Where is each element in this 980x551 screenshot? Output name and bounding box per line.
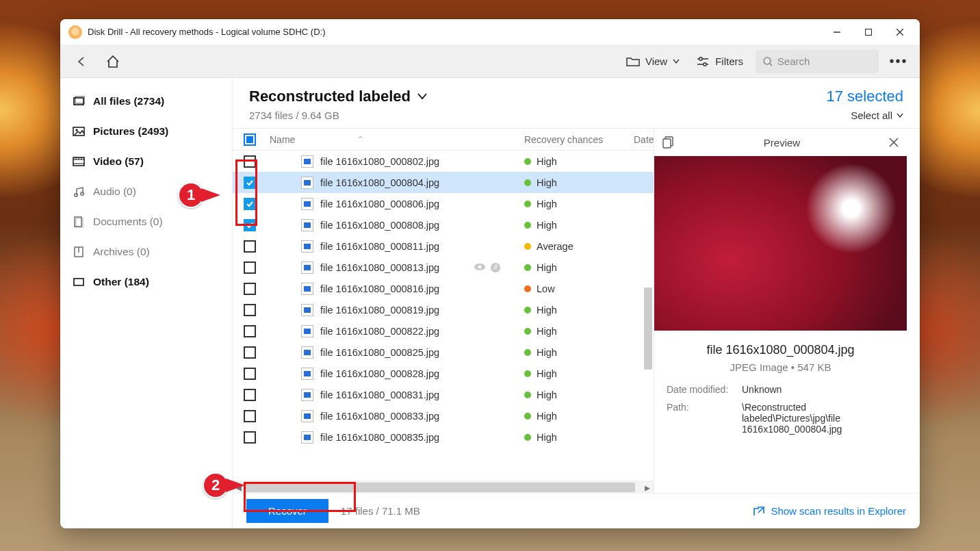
preview-filetype: JPEG Image • 547 KB [667, 361, 894, 373]
row-checkbox[interactable] [244, 283, 256, 295]
file-name: file 1616x1080_000835.jpg [320, 432, 439, 443]
sidebar-item-document[interactable]: Documents (0) [60, 207, 232, 237]
sidebar-item-picture[interactable]: Pictures (2493) [60, 116, 232, 146]
file-name: file 1616x1080_000819.jpg [320, 305, 439, 316]
view-dropdown[interactable]: View [622, 55, 684, 67]
search-icon [762, 56, 772, 67]
body: All files (2734)Pictures (2493)Video (57… [60, 78, 920, 528]
sidebar-item-other[interactable]: Other (184) [60, 267, 232, 297]
row-checkbox[interactable] [244, 198, 256, 210]
row-actions[interactable]: # [474, 262, 501, 273]
row-checkbox[interactable] [244, 219, 256, 231]
back-button[interactable] [70, 50, 93, 73]
svg-point-20 [75, 194, 77, 196]
svg-text:#: # [493, 264, 498, 271]
scroll-right-icon[interactable]: ▸ [641, 481, 654, 494]
file-row[interactable]: file 1616x1080_000813.jpg#High [233, 257, 654, 278]
chance-dot-icon [524, 158, 531, 165]
row-checkbox[interactable] [244, 410, 256, 422]
row-checkbox[interactable] [244, 325, 256, 337]
file-row[interactable]: file 1616x1080_000825.jpg#High [233, 342, 654, 363]
file-row[interactable]: file 1616x1080_000802.jpg#High [233, 151, 654, 172]
chance-dot-icon [524, 179, 531, 186]
main: Reconstructed labeled 2734 files / 9.64 … [233, 78, 920, 528]
copy-icon [662, 136, 675, 149]
svg-point-21 [81, 192, 83, 195]
recovery-chance: High [537, 220, 557, 231]
search-input[interactable] [777, 55, 872, 67]
file-row[interactable]: file 1616x1080_000811.jpg#Average [233, 235, 654, 257]
column-name[interactable]: Name ⌃ [263, 134, 517, 145]
main-title-dropdown[interactable]: Reconstructed labeled [249, 88, 427, 105]
chevron-down-icon [897, 113, 903, 118]
file-list[interactable]: file 1616x1080_000802.jpg#Highfile 1616x… [233, 151, 654, 480]
row-checkbox[interactable] [244, 304, 256, 316]
maximize-button[interactable] [853, 21, 884, 43]
file-row[interactable]: file 1616x1080_000804.jpg#High [233, 172, 654, 193]
chance-dot-icon [524, 243, 531, 250]
image-file-icon [301, 240, 313, 253]
row-checkbox[interactable] [244, 346, 256, 359]
sidebar-item-label: Other (184) [93, 276, 149, 288]
row-checkbox[interactable] [244, 261, 256, 274]
home-icon [105, 54, 120, 69]
file-row[interactable]: file 1616x1080_000835.jpg#High [233, 426, 654, 448]
image-file-icon [301, 177, 313, 189]
minimize-button[interactable] [821, 21, 853, 43]
row-checkbox[interactable] [244, 240, 256, 253]
open-external-icon [753, 506, 765, 517]
row-checkbox[interactable] [244, 389, 256, 401]
home-button[interactable] [101, 50, 125, 73]
sidebar-item-video[interactable]: Video (57) [60, 146, 232, 177]
horizontal-scrollbar[interactable]: ◂ ▸ [233, 480, 654, 493]
sidebar-item-stack[interactable]: All files (2734) [60, 86, 232, 116]
recovery-chance: High [537, 347, 557, 358]
vertical-scrollbar[interactable] [643, 151, 654, 480]
column-date[interactable]: Date [627, 134, 650, 145]
recovery-chance: High [537, 326, 557, 337]
preview-close-button[interactable] [889, 138, 899, 147]
svg-rect-1 [866, 29, 872, 35]
filters-button[interactable]: Filters [692, 55, 747, 67]
main-header: Reconstructed labeled 2734 files / 9.64 … [233, 78, 920, 129]
more-button[interactable]: ••• [887, 50, 910, 73]
file-row[interactable]: file 1616x1080_000833.jpg#High [233, 405, 654, 426]
row-checkbox[interactable] [244, 368, 256, 380]
show-in-explorer-link[interactable]: Show scan results in Explorer [753, 505, 906, 517]
file-row[interactable]: file 1616x1080_000828.jpg#High [233, 363, 654, 384]
sliders-icon [696, 56, 710, 67]
file-row[interactable]: file 1616x1080_000819.jpg#High [233, 299, 654, 320]
recover-button[interactable]: Recover [246, 499, 328, 523]
file-row[interactable]: file 1616x1080_000816.jpg#Low [233, 278, 654, 299]
chance-dot-icon [524, 434, 531, 441]
close-icon [889, 138, 899, 147]
row-checkbox[interactable] [244, 177, 256, 189]
row-checkbox[interactable] [244, 155, 256, 168]
preview-copy-button[interactable] [662, 136, 675, 149]
file-name: file 1616x1080_000831.jpg [320, 389, 439, 400]
file-row[interactable]: file 1616x1080_000806.jpg#High [233, 193, 654, 214]
search-box[interactable] [756, 50, 879, 73]
select-all-dropdown[interactable]: Select all [826, 110, 903, 121]
close-button[interactable] [884, 21, 916, 43]
scrollbar-thumb[interactable] [245, 483, 635, 492]
sidebar-item-archive[interactable]: Archives (0) [60, 237, 232, 267]
master-checkbox[interactable] [244, 133, 256, 146]
chance-dot-icon [524, 201, 531, 207]
column-recovery[interactable]: Recovery chances [517, 134, 627, 145]
image-file-icon [301, 325, 313, 337]
filters-label: Filters [715, 55, 743, 67]
file-row[interactable]: file 1616x1080_000822.jpg#High [233, 320, 654, 342]
chance-dot-icon [524, 349, 531, 356]
image-file-icon [301, 219, 313, 231]
svg-rect-84 [663, 139, 671, 148]
file-row[interactable]: file 1616x1080_000831.jpg#High [233, 384, 654, 405]
file-row[interactable]: file 1616x1080_000808.jpg#High [233, 214, 654, 235]
app-icon [68, 25, 82, 39]
sidebar-item-label: Archives (0) [93, 246, 150, 258]
file-split: Name ⌃ Recovery chances Date file 1616x1… [233, 129, 920, 493]
row-checkbox[interactable] [244, 431, 256, 444]
hash-icon: # [490, 262, 501, 273]
minimize-icon [834, 29, 840, 36]
preview-image [654, 156, 907, 331]
